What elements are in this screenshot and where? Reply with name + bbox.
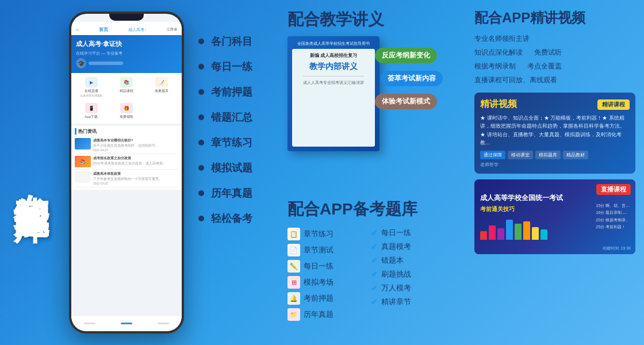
- app-features: 专业名师领衔主讲 知识点深化解读 免费试听 根据考纲录制 考点全覆盖 直播课程可…: [474, 32, 635, 87]
- phone-news-title: 热门资讯: [75, 128, 178, 135]
- lib-icon-pre: 🔔: [288, 292, 300, 305]
- video-tag-4[interactable]: 精品教材: [563, 151, 588, 159]
- page-main-title: 在线智能题库: [12, 166, 51, 179]
- news-title-1: 成教高本专业哪些比较好?: [93, 138, 158, 143]
- app-feature-row-3: 根据考纲录制 考点全覆盖: [474, 59, 635, 73]
- phone-news: 热门资讯 成教高本专业哪些比较好? 在不少应届生首选报考院时，这些院校可... …: [71, 126, 182, 190]
- video-card-desc: ★ 课时话中、知识点全面；★ 万能模板，考前利器！★ 系统精讲，细致把握历年命题…: [480, 114, 630, 147]
- video-card[interactable]: 精讲视频 精讲课程 ★ 课时话中、知识点全面；★ 万能模板，考前利器！★ 系统精…: [474, 93, 635, 174]
- news-item-3[interactable]: 成教高本录取政策 下半年参考生名额录取的一小方面需手册里... 2021-02-…: [75, 170, 178, 187]
- phone-bottom-nav: [71, 315, 182, 331]
- news-thumb-1: [75, 138, 91, 150]
- lib-icon-history: 📁: [288, 308, 300, 321]
- lib-check-4[interactable]: ✔ 刷题挑战: [371, 267, 443, 281]
- feature-5: 章节练习: [198, 136, 252, 150]
- library-section: 配合APP备考题库 📋 章节练习 📄 章节测试 ✏️ 每日一练 ⊞ 模拟考场 🔔: [282, 190, 448, 323]
- app-video-title: 配合APP精讲视频: [474, 9, 635, 27]
- phone-location: 江西省: [167, 27, 177, 32]
- check-icon-3: ✔: [371, 256, 378, 265]
- check-icon-5: ✔: [371, 283, 378, 293]
- phone-menu-grid: ▶ 在线直播 众多师资名师团队 📚 精品课程 📝 海量题库 📱 App下载: [71, 73, 182, 124]
- feature-7: 历年真题: [198, 186, 252, 200]
- news-thumb-2: 📚: [75, 156, 91, 167]
- video-extra-1[interactable]: 老师答学: [480, 162, 499, 168]
- book-cover-main: 新编 成人高校招生复习 教学内部讲义 成人人高考专业招考讲义汇编·演讲: [292, 49, 375, 147]
- phone-banner: 成人高考·拿证快 在线学习平台 — 专业备考 🎓: [71, 35, 182, 73]
- menu-course[interactable]: 📚 精品课程: [110, 75, 143, 99]
- nav-back[interactable]: [84, 323, 95, 324]
- app-feature-1: 专业名师领衔主讲: [474, 32, 635, 45]
- video-card-tags: 通过保障 移动课堂 模拟题库 精品教材: [480, 151, 630, 159]
- menu-free[interactable]: 🎁 免费领取: [110, 101, 143, 121]
- lib-icon-daily: ✏️: [288, 260, 300, 273]
- teaching-section: 配合教学讲义 全国各类成人高等学校招生考试指导用书 新编 成人高校招生复习 教学…: [282, 0, 448, 157]
- video-tag-1[interactable]: 通过保障: [480, 151, 505, 159]
- live-card[interactable]: 直播课程 成人高等学校全国统一考试 考前通关技巧 15分 啊、胡、音… 16分 …: [474, 179, 635, 254]
- lib-item-4[interactable]: ⊞ 模拟考场: [288, 274, 359, 290]
- live-time: 创建时间: 19:38: [603, 246, 631, 251]
- news-item-1[interactable]: 成教高本专业哪些比较好? 在不少应届生首选报考院时，这些院校可... 2021-…: [75, 136, 178, 154]
- app-video-section: 配合APP精讲视频 专业名师领衔主讲 知识点深化解读 免费试听 根据考纲录制 考…: [474, 9, 635, 254]
- live-text: 15分 啊、胡、音… 16分 题目录制..... 20分 根据考纲录.. 25分…: [596, 202, 630, 231]
- book-cover-text: 新编 成人高校招生复习 教学内部讲义: [309, 52, 358, 72]
- news-item-2[interactable]: 📚 成考报名政策之加分政策 2021年成考报名政策之加分政策，成人高考报...: [75, 154, 178, 170]
- live-content: 15分 啊、胡、音… 16分 题目录制..... 20分 根据考纲录.. 25分…: [480, 217, 630, 240]
- bullet-8: [198, 216, 204, 221]
- nav-home[interactable]: [121, 323, 132, 324]
- live-card-bg: 直播课程 成人高等学校全国统一考试 考前通关技巧 15分 啊、胡、音… 16分 …: [474, 179, 635, 254]
- lib-icon-chapter: 📋: [288, 228, 300, 240]
- check-icon-2: ✔: [371, 242, 378, 251]
- phone-notch: [109, 14, 144, 21]
- bullet-5: [198, 140, 204, 145]
- lib-item-6[interactable]: 📁 历年真题: [288, 306, 359, 323]
- live-chart: [480, 217, 547, 240]
- bullet-1: [198, 39, 204, 44]
- phone-nav: 成人高考↑: [128, 27, 147, 33]
- phone-screen: ✕ 首页 成人高考↑ 江西省 成人高考·拿证快 在线学习平台 — 专业备考 🎓 …: [71, 14, 182, 331]
- menu-library[interactable]: 📝 海量题库: [145, 75, 178, 99]
- teaching-title: 配合教学讲义: [282, 0, 448, 30]
- lib-item-3[interactable]: ✏️ 每日一练: [288, 258, 359, 274]
- book-visual: 全国各类成人高等学校招生考试指导用书 新编 成人高校招生复习 教学内部讲义 成人…: [288, 36, 379, 151]
- library-title: 配合APP备考题库: [282, 190, 448, 220]
- lib-check-6[interactable]: ✔ 精讲章节: [371, 295, 443, 309]
- menu-live[interactable]: ▶ 在线直播 众多师资名师团队: [75, 75, 108, 99]
- phone-banner-title: 成人高考·拿证快: [76, 40, 177, 48]
- lib-check-1[interactable]: ✔ 每日一练: [371, 226, 443, 240]
- bullet-7: [198, 190, 204, 196]
- lib-icon-mock: ⊞: [288, 276, 300, 289]
- lib-item-2[interactable]: 📄 章节测试: [288, 242, 359, 258]
- menu-app[interactable]: 📱 App下载: [75, 101, 108, 121]
- lib-icon-test: 📄: [288, 244, 300, 256]
- book-cover-top: 全国各类成人高等学校招生考试指导用书: [292, 41, 375, 47]
- check-icon-1: ✔: [371, 228, 378, 237]
- lib-check-5[interactable]: ✔ 万人模考: [371, 281, 443, 295]
- video-tag-3[interactable]: 模拟题库: [535, 151, 561, 159]
- news-thumb-3: [75, 171, 91, 183]
- video-tag-2[interactable]: 移动课堂: [508, 151, 533, 159]
- phone-top-bar: ✕ 首页 成人高考↑ 江西省: [71, 22, 182, 35]
- nav-recent[interactable]: [158, 323, 169, 324]
- video-card-title: 精讲视频: [480, 98, 517, 110]
- phone-frame: ✕ 首页 成人高考↑ 江西省 成人高考·拿证快 在线学习平台 — 专业备考 🎓 …: [69, 12, 184, 334]
- news-title-3: 成教高本录取政策: [93, 171, 162, 177]
- lib-item-1[interactable]: 📋 章节练习: [288, 226, 359, 242]
- book-tag-3: 体验考试新模式: [375, 94, 437, 109]
- check-icon-4: ✔: [371, 270, 378, 279]
- phone-mockup: ✕ 首页 成人高考↑ 江西省 成人高考·拿证快 在线学习平台 — 专业备考 🎓 …: [69, 12, 184, 334]
- bullet-6: [198, 165, 204, 171]
- bullet-4: [198, 114, 204, 120]
- lib-check-3[interactable]: ✔ 错题本: [371, 254, 443, 267]
- app-feature-row-2: 知识点深化解读 免费试听: [474, 45, 635, 59]
- video-extra-tags: 老师答学: [480, 162, 630, 168]
- lib-check-2[interactable]: ✔ 真题模考: [371, 240, 443, 254]
- video-card-badge: 精讲课程: [597, 99, 630, 110]
- lib-item-5[interactable]: 🔔 考前押题: [288, 290, 359, 306]
- bullet-3: [198, 89, 204, 95]
- feature-4: 错题汇总: [198, 110, 252, 124]
- feature-2: 每日一练: [198, 60, 252, 74]
- book-container: 全国各类成人高等学校招生考试指导用书 新编 成人高校招生复习 教学内部讲义 成人…: [288, 36, 448, 157]
- live-badge: 直播课程: [596, 184, 631, 195]
- library-grid: 📋 章节练习 📄 章节测试 ✏️ 每日一练 ⊞ 模拟考场 🔔 考前押题 📁: [282, 226, 448, 323]
- book-subtitle: 成人人高考专业招考讲义汇编·演讲: [303, 80, 365, 86]
